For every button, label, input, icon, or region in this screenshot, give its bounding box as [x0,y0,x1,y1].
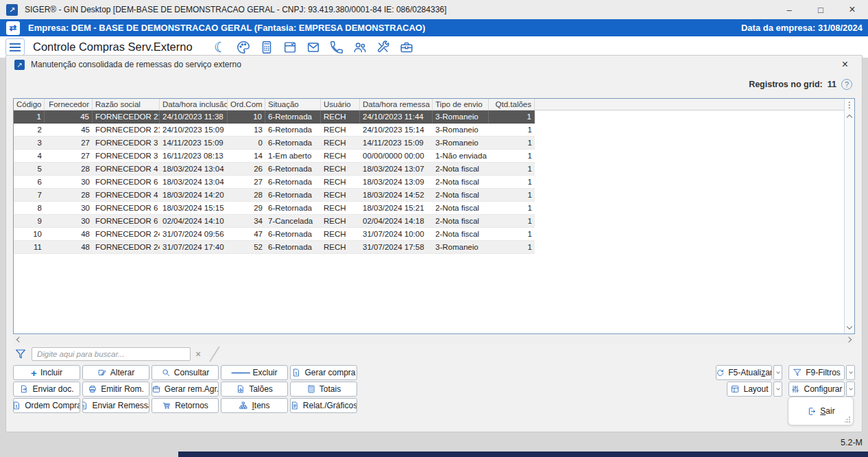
right-controls: F5-Atualizar F9-Filtros Layout Configura… [716,365,855,397]
clear-search-icon[interactable]: × [195,349,201,359]
incluir-button[interactable]: + Incluir [13,365,80,380]
grid-cell: 6-Retornada [265,189,321,202]
grid-cell: 14/11/2023 15:09 [160,137,228,150]
tools-icon[interactable] [375,38,392,56]
close-button[interactable]: × [836,0,868,19]
alterar-button[interactable]: Alterar [82,365,149,380]
column-header[interactable]: Razão social [93,99,160,110]
maximize-button[interactable]: □ [805,0,836,19]
help-icon[interactable]: ? [841,79,852,90]
scroll-down-icon[interactable] [845,323,854,332]
configurar-dropdown-icon[interactable] [846,382,855,397]
column-header[interactable]: Usuário [321,99,360,110]
grid-header-row: CódigoFornecedorRazão socialData/hora in… [14,99,844,110]
table-row[interactable]: 427FORNECEDOR 316/11/2023 08:13141-Em ab… [14,150,844,163]
f9-dropdown-icon[interactable] [846,365,855,380]
table-row[interactable]: 930FORNECEDOR 602/04/2024 14:10347-Cance… [14,215,844,228]
button-label: F9-Filtros [806,368,841,377]
table-row[interactable]: 830FORNECEDOR 618/03/2024 15:15296-Retor… [14,202,844,215]
grid-cell: 28 [45,163,93,176]
grid-cell: 30 [45,215,93,228]
horizontal-scrollbar[interactable] [13,335,855,344]
exit-icon [806,406,817,417]
column-header[interactable]: Fornecedor [45,99,93,110]
dialog-title: Manutenção consolidada de remessas do se… [31,60,241,69]
minimize-button[interactable]: – [773,0,805,19]
column-header[interactable]: Código [14,99,45,110]
scroll-up-icon[interactable] [845,111,854,121]
table-row[interactable]: 327FORNECEDOR 314/11/2023 15:0906-Retorn… [14,137,844,150]
column-header[interactable]: Data/hora remessa [360,99,433,110]
form-icon[interactable] [282,38,299,56]
toolbox-icon[interactable] [398,38,415,56]
phone-icon[interactable] [328,38,346,56]
taloes-button[interactable]: Talões [221,382,288,397]
table-row[interactable]: 145FORNECEDOR 2124/10/2023 11:38106-Reto… [14,110,844,124]
grid-cell: 1 [489,228,535,241]
consultar-button[interactable]: Consultar [152,365,219,380]
grid-cell: 18/03/2024 14:52 [360,189,433,202]
menu-icon[interactable] [5,38,25,56]
grid-menu-icon[interactable]: ⋮ [845,99,854,110]
table-row[interactable]: 1048FORNECEDOR 2431/07/2024 09:56476-Ret… [14,228,844,241]
sliders-icon [791,384,800,394]
gerar-compra-button[interactable]: $ Gerar compra [290,365,357,380]
grid-cell: 1 [489,150,535,163]
grid-cell: 6-Retornada [265,176,321,189]
scroll-left-icon[interactable] [16,337,22,342]
calculator-icon[interactable] [258,38,276,56]
itens-button[interactable]: Itens [221,398,288,413]
dialog-close-icon[interactable]: × [842,59,848,70]
layout-dropdown-icon[interactable] [773,382,782,397]
vertical-scrollbar[interactable]: ⋮ [844,99,854,333]
table-row[interactable]: 1148FORNECEDOR 2431/07/2024 17:40526-Ret… [14,241,844,254]
table-row[interactable]: 528FORNECEDOR 418/03/2024 13:04266-Retor… [14,163,844,176]
f9-filtros-button[interactable]: F9-Filtros [788,365,845,380]
f5-atualizar-button[interactable]: F5-Atualizar [716,365,772,380]
moon-icon[interactable]: ☾ [212,38,229,56]
f5-dropdown-icon[interactable] [773,365,782,380]
button-label: Talões [249,384,273,394]
box-icon [152,384,161,394]
grid-cell: 1 [489,215,535,228]
button-label: Consultar [174,368,209,377]
palette-icon[interactable] [235,38,252,56]
enviar-doc-button[interactable]: Enviar doc. [13,382,80,397]
grid-cell: 6-Retornada [265,137,321,150]
grid-cell: FORNECEDOR 21 [93,124,160,137]
records-count: 11 [828,80,836,89]
sair-button[interactable]: Sair [788,397,853,425]
grid-cell: 3 [14,137,45,150]
app-logo-icon: ↗ [6,4,18,16]
grid-cell: 7-Cancelada [265,215,321,228]
column-header[interactable]: Situação [265,99,321,110]
search-input[interactable] [32,347,191,361]
relat-graficos-button[interactable]: Relat./Gráficos [290,398,357,413]
scroll-right-icon[interactable] [846,337,852,342]
excluir-button[interactable]: —— Excluir [221,365,288,380]
column-header[interactable]: Qtd.talões [489,99,535,110]
configurar-button[interactable]: Configurar [788,382,845,397]
company-switch-icon[interactable]: ⇄ [6,21,20,35]
table-row[interactable]: 728FORNECEDOR 418/03/2024 14:20286-Retor… [14,189,844,202]
retornos-button[interactable]: Retornos [152,398,219,413]
emitir-rom-button[interactable]: Emitir Rom. [82,382,149,397]
resize-grip-icon[interactable] [845,417,851,423]
gerar-rem-agr-button[interactable]: Gerar rem.Agr. [152,382,219,397]
grid-cell: RECH [321,110,360,124]
enviar-remessa-button[interactable]: $ Enviar Remessa [82,398,149,413]
doc-dollar-icon: $ [13,401,21,410]
column-header[interactable]: Ord.Com [228,99,265,110]
table-row[interactable]: 245FORNECEDOR 2124/10/2023 15:09136-Reto… [14,124,844,137]
grid-cell: 24/10/2023 11:44 [360,110,433,124]
table-row[interactable]: 630FORNECEDOR 618/03/2024 13:04276-Retor… [14,176,844,189]
grid-cell: 2-Nota fiscal [433,163,489,176]
totais-button[interactable]: Totais [290,382,357,397]
column-header[interactable]: Tipo de envio [433,99,489,110]
layout-button[interactable]: Layout [727,382,772,397]
mail-icon[interactable] [305,38,322,56]
users-icon[interactable] [352,38,369,56]
grid-cell: FORNECEDOR 3 [93,137,160,150]
column-header[interactable]: Data/hora inclusão [160,99,228,110]
ordem-compra-button[interactable]: $ Ordem Compra [13,398,80,413]
